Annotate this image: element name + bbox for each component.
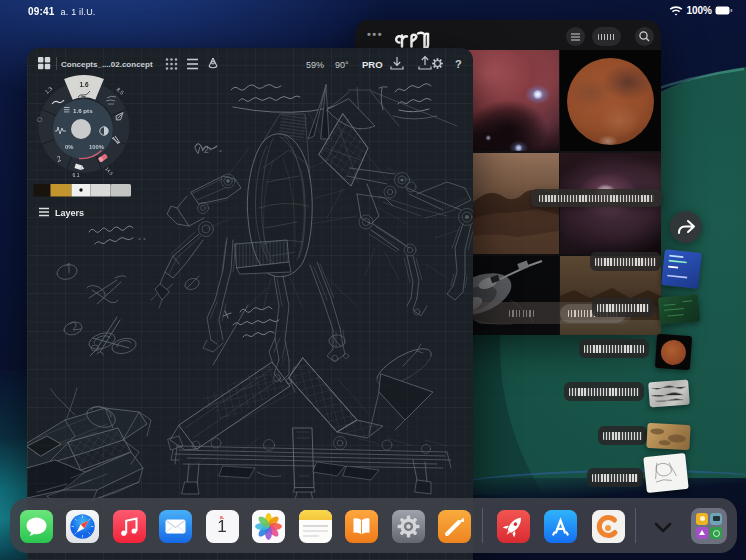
svg-text:100%: 100% xyxy=(89,144,104,150)
svg-text:14.5: 14.5 xyxy=(104,166,114,176)
svg-text:0%: 0% xyxy=(65,144,73,150)
svg-text:1.6 pts: 1.6 pts xyxy=(73,107,93,114)
svg-text:V·2·: V·2· xyxy=(194,144,212,156)
svg-text:6.1: 6.1 xyxy=(73,172,80,178)
svg-text:8.5: 8.5 xyxy=(115,86,125,96)
svg-text:Layers: Layers xyxy=(55,208,84,218)
svg-text:1.3: 1.3 xyxy=(44,85,54,95)
svg-text:1.6: 1.6 xyxy=(79,81,88,88)
